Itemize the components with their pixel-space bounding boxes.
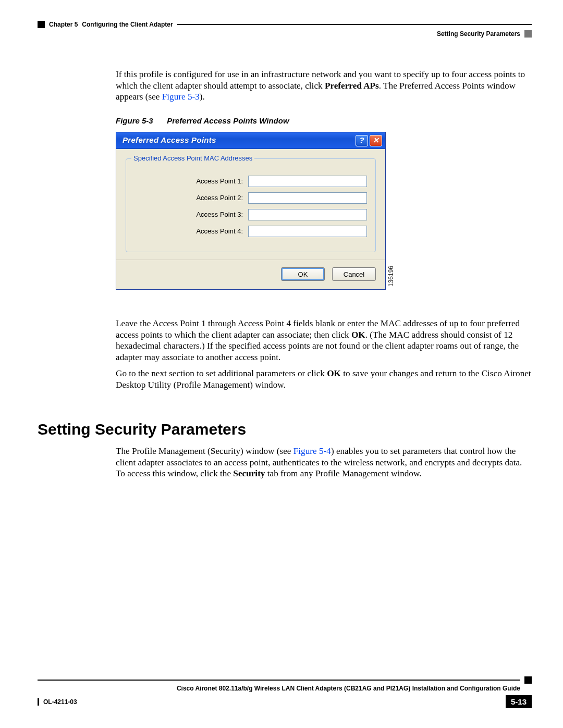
figure-image-id: 136196 (387, 266, 395, 287)
ap2-label: Access Point 2: (133, 194, 243, 202)
ap3-input[interactable] (248, 209, 367, 220)
chapter-label: Chapter 5 (49, 21, 78, 28)
running-header: Chapter 5 Configuring the Client Adapter… (38, 21, 532, 38)
page-footer: Cisco Aironet 802.11a/b/g Wireless LAN C… (38, 676, 532, 708)
ok-button[interactable]: OK (281, 267, 325, 281)
cancel-button[interactable]: Cancel (332, 267, 376, 281)
security-intro-paragraph: The Profile Management (Security) window… (116, 446, 532, 479)
intro-paragraph: If this profile is configured for use in… (116, 69, 532, 103)
section-heading: Setting Security Parameters (38, 421, 532, 438)
figure-5-4-link[interactable]: Figure 5-4 (293, 446, 331, 456)
instruction-paragraph-2: Go to the next section to set additional… (116, 368, 532, 390)
figure-5-3-link[interactable]: Figure 5-3 (162, 92, 200, 102)
help-icon[interactable]: ? (356, 135, 368, 146)
close-icon[interactable]: ✕ (370, 135, 382, 146)
ap2-input[interactable] (248, 192, 367, 204)
footer-vline (38, 698, 39, 706)
header-rule (177, 24, 532, 25)
page-number-badge: 5-13 (506, 695, 532, 708)
instruction-paragraph-1: Leave the Access Point 1 through Access … (116, 318, 532, 363)
footer-square (524, 676, 532, 684)
footer-doc-title: Cisco Aironet 802.11a/b/g Wireless LAN C… (38, 685, 520, 692)
dialog-title: Preferred Access Points (123, 135, 354, 145)
header-square (38, 21, 45, 28)
groupbox-legend: Specified Access Point MAC Addresses (131, 154, 254, 163)
section-title-header: Setting Security Parameters (437, 30, 520, 38)
ap4-label: Access Point 4: (133, 227, 243, 236)
mac-addresses-groupbox: Specified Access Point MAC Addresses Acc… (126, 158, 376, 252)
ap4-input[interactable] (248, 226, 367, 237)
ap3-label: Access Point 3: (133, 211, 243, 219)
footer-doc-code: OL-4211-03 (43, 698, 77, 706)
dialog-titlebar: Preferred Access Points ? ✕ (116, 132, 385, 149)
preferred-aps-dialog: Preferred Access Points ? ✕ Specified Ac… (116, 132, 386, 290)
figure-5-3: Preferred Access Points ? ✕ Specified Ac… (116, 132, 386, 290)
figure-caption: Figure 5-3 Preferred Access Points Windo… (116, 116, 532, 126)
ap1-input[interactable] (248, 176, 367, 187)
footer-rule (38, 680, 520, 681)
header-sub-square (524, 30, 532, 38)
ap1-label: Access Point 1: (133, 177, 243, 186)
chapter-title: Configuring the Client Adapter (82, 21, 173, 28)
